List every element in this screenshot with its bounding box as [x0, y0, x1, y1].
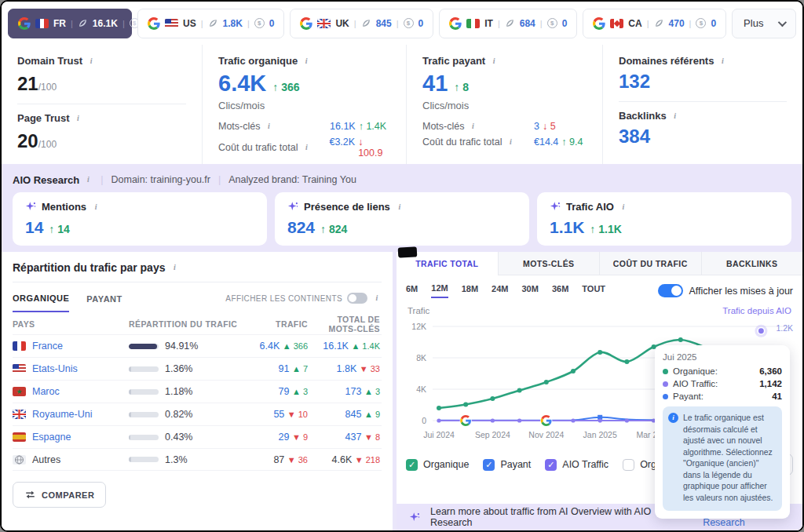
continents-toggle-label: AFFICHER LES CONTINENTS: [225, 294, 342, 303]
updates-toggle[interactable]: [658, 284, 683, 297]
se-tab-google-uk[interactable]: UK | 845 | $ 0: [290, 9, 433, 38]
info-icon[interactable]: i: [395, 202, 404, 212]
info-icon[interactable]: i: [489, 56, 499, 66]
flag-fr-icon: [13, 341, 26, 351]
organic-traffic-value: 6.4K: [218, 71, 266, 97]
traffic-by-country-panel: Répartition du trafic par paysi ORGANIQU…: [2, 252, 393, 530]
tab-mots-cles[interactable]: MOTS-CLÉS: [499, 252, 601, 275]
info-icon[interactable]: i: [372, 293, 382, 303]
organic-count: 1.8K: [223, 18, 243, 29]
organic-traffic-delta: ↑ 366: [272, 81, 299, 93]
table-row-espagne[interactable]: Espagne 0.43% 29 ▼ 9 437 ▼ 8: [13, 425, 382, 448]
info-icon[interactable]: i: [671, 111, 680, 121]
tab-cout-du-trafic[interactable]: COÛT DU TRAFIC: [600, 252, 702, 275]
info-icon[interactable]: i: [302, 56, 311, 66]
info-icon[interactable]: i: [73, 114, 82, 123]
aio-traffic-card[interactable]: Trafic AIOi 1.1K↑ 1.1K: [537, 192, 791, 246]
aio-brand: Analyzed brand: Training You: [228, 174, 356, 185]
range-18m[interactable]: 18M: [462, 284, 478, 297]
range-24m[interactable]: 24M: [492, 284, 508, 297]
link-presence-value: 824: [287, 218, 315, 237]
right-axis-top-value: 1.2K: [776, 323, 793, 333]
table-row-maroc[interactable]: Maroc 1.18% 79 ▲ 3 173 ▲ 3: [13, 380, 382, 403]
range-30m[interactable]: 30M: [522, 284, 539, 297]
se-tab-google-fr[interactable]: FR | 16.1K | $ 3: [8, 9, 132, 38]
range-tout[interactable]: TOUT: [582, 284, 605, 297]
legend-organique[interactable]: ✓Organique: [406, 459, 469, 471]
chart-tooltip: Jui 2025 Organique:6,360 AIO Traffic:1,1…: [655, 345, 790, 519]
tab-backlinks[interactable]: BACKLINKS: [702, 252, 803, 275]
flag-us-icon: [165, 19, 178, 28]
continents-toggle[interactable]: [347, 293, 367, 304]
banner-text: Learn more about traffic from AI Overvie…: [430, 506, 693, 528]
table-row-france[interactable]: France 94.91% 6.4K ▲ 366 16.1K ▲ 1.4K: [13, 334, 382, 357]
info-icon[interactable]: i: [264, 122, 273, 131]
info-icon[interactable]: i: [468, 122, 477, 131]
organic-leaf-icon: [505, 18, 515, 28]
globe-icon: [13, 455, 26, 465]
paid-cost-value: €14.4: [534, 137, 558, 148]
left-axis-title: Trafic: [407, 306, 429, 315]
flag-es-icon: [13, 432, 26, 442]
screen-artifact: [398, 246, 418, 257]
info-icon[interactable]: i: [718, 56, 727, 66]
legend-aio-traffic[interactable]: ✓AIO Traffic: [545, 459, 608, 471]
y-tick-label: 0: [406, 416, 426, 425]
se-tab-google-it[interactable]: IT | 684 | $ 0: [439, 9, 577, 38]
search-engine-tabs-bar: FR | 16.1K | $ 3 US | 1.8K | $ 0 UK | 84…: [2, 2, 802, 45]
organic-traffic-card: Trafic organiquei 6.4K↑ 366 Clics/mois M…: [202, 45, 406, 164]
aio-domain: Domain: training-you.fr: [111, 174, 210, 185]
tab-payant[interactable]: PAYANT: [86, 285, 122, 312]
ai-sparkle-icon: [550, 201, 561, 213]
range-36m[interactable]: 36M: [552, 284, 568, 297]
country-code: FR: [53, 18, 66, 29]
aio-link-presence-card[interactable]: Présence de liensi 824↑ 824: [275, 192, 529, 246]
paid-coin-icon: $: [404, 18, 414, 28]
info-icon[interactable]: i: [302, 143, 311, 152]
tooltip-info-note: i Le trafic organique est désormais calc…: [663, 406, 782, 511]
tab-organique[interactable]: ORGANIQUE: [13, 284, 69, 312]
table-row-autres[interactable]: Autres 1.3% 87 ▼ 36 4.6K ▼ 218: [13, 448, 382, 471]
share-bar: [129, 435, 159, 440]
x-tick-label: Jan 2025: [583, 430, 617, 439]
aio-dot-icon: [663, 381, 668, 387]
range-12m[interactable]: 12M: [431, 283, 448, 298]
tooltip-aio-value: 1,142: [759, 379, 782, 388]
google-icon: [449, 17, 462, 30]
checkbox-checked-icon: ✓: [483, 459, 495, 471]
metrics-row: Domain Trusti 21/100 Page Trusti 20/100 …: [2, 45, 802, 164]
info-icon[interactable]: i: [86, 56, 96, 66]
info-icon[interactable]: i: [83, 175, 93, 184]
aio-mentions-card[interactable]: Mentionsi 14↑ 14: [13, 192, 267, 246]
country-code: CA: [628, 18, 641, 29]
x-tick-label: Sep 2024: [475, 430, 510, 439]
se-tab-google-us[interactable]: US | 1.8K | $ 0: [137, 9, 284, 38]
share-bar: [129, 412, 159, 417]
trust-metrics-card: Domain Trusti 21/100 Page Trusti 20/100: [2, 45, 202, 164]
compare-button[interactable]: COMPARER: [13, 482, 106, 508]
paid-dot-icon: [663, 394, 668, 399]
google-icon: [148, 17, 160, 30]
legend-payant[interactable]: ✓Payant: [483, 459, 531, 471]
traffic-chart[interactable]: 12K8K4K0 1.2K Jui 2024Sep 2024Nov 2024Ja…: [406, 319, 793, 446]
y-tick-label: 8K: [406, 353, 426, 363]
info-icon[interactable]: i: [619, 202, 628, 212]
table-row-royaume-uni[interactable]: Royaume-Uni 0.82% 55 ▼ 10 845 ▲ 9: [13, 403, 382, 425]
se-tab-google-ca[interactable]: CA | 470 | $ 0: [583, 9, 726, 38]
page-trust-value: 20: [17, 130, 38, 151]
paid-count: 0: [418, 18, 424, 29]
organic-leaf-icon: [78, 18, 88, 28]
table-row-etats-unis[interactable]: Etats-Unis 1.36% 91 ▲ 7 1.8K ▼ 33: [13, 357, 382, 380]
info-icon[interactable]: i: [170, 263, 179, 272]
page-trust-label: Page Trust: [17, 112, 69, 124]
more-engines-dropdown[interactable]: Plus: [732, 9, 796, 38]
range-6m[interactable]: 6M: [406, 284, 418, 297]
tooltip-organic-value: 6,360: [759, 366, 782, 376]
ai-sparkle-icon: [409, 512, 421, 523]
info-icon[interactable]: i: [506, 137, 515, 147]
organic-count: 470: [669, 18, 685, 29]
info-icon[interactable]: i: [91, 202, 100, 212]
organic-traffic-label: Trafic organique: [218, 55, 298, 67]
ai-sparkle-icon: [25, 201, 37, 213]
info-circle-icon: i: [668, 413, 678, 423]
